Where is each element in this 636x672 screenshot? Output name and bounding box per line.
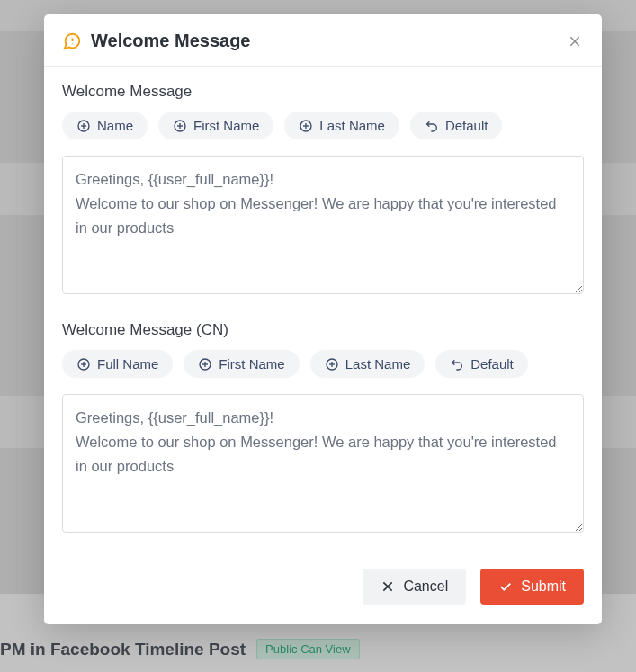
chip-label: Full Name: [97, 356, 158, 372]
check-icon: [498, 579, 513, 594]
chip-label: Default: [445, 118, 488, 133]
chip-last-name[interactable]: Last Name: [284, 112, 399, 139]
chip-first-name[interactable]: First Name: [158, 112, 273, 139]
section-label: Welcome Message (CN): [62, 321, 584, 339]
modal-body: Welcome Message Name First Name Last Nam…: [44, 67, 602, 556]
welcome-message-cn-textarea[interactable]: [62, 394, 584, 533]
plus-circle-icon: [173, 119, 187, 133]
modal-footer: Cancel Submit: [44, 556, 602, 624]
chip-first-name[interactable]: First Name: [184, 350, 299, 378]
chip-label: Last Name: [319, 118, 385, 133]
plus-circle-icon: [76, 119, 91, 133]
undo-icon: [425, 119, 439, 133]
chips-row: Name First Name Last Name Default: [62, 112, 584, 139]
plus-circle-icon: [299, 119, 313, 133]
close-icon: [568, 34, 582, 49]
chip-label: Default: [470, 356, 514, 372]
close-button[interactable]: [566, 32, 584, 50]
chip-default[interactable]: Default: [410, 112, 503, 139]
svg-point-1: [72, 43, 73, 44]
undo-icon: [450, 357, 464, 372]
welcome-message-cn-section: Welcome Message (CN) Full Name First Nam…: [62, 321, 584, 536]
plus-circle-icon: [325, 357, 339, 372]
plus-circle-icon: [198, 357, 212, 372]
chip-last-name[interactable]: Last Name: [310, 350, 425, 378]
submit-label: Submit: [521, 578, 566, 595]
plus-circle-icon: [76, 357, 91, 372]
welcome-message-modal: Welcome Message Welcome Message Name: [44, 14, 602, 624]
modal-header: Welcome Message: [44, 14, 602, 67]
section-label: Welcome Message: [62, 83, 584, 101]
chips-row: Full Name First Name Last Name Default: [62, 350, 584, 378]
welcome-message-textarea[interactable]: [62, 156, 584, 294]
cancel-button[interactable]: Cancel: [363, 569, 466, 605]
chip-name[interactable]: Name: [62, 112, 148, 139]
modal-title-text: Welcome Message: [91, 31, 251, 51]
cancel-label: Cancel: [403, 578, 448, 595]
chip-label: Last Name: [345, 356, 411, 372]
modal-title: Welcome Message: [62, 31, 251, 51]
submit-button[interactable]: Submit: [480, 569, 584, 605]
chip-full-name[interactable]: Full Name: [62, 350, 173, 378]
chip-label: First Name: [219, 356, 284, 372]
chip-label: Name: [97, 118, 133, 133]
chip-default[interactable]: Default: [435, 350, 528, 378]
page-backdrop: PM in Facebook Timeline Post Public Can …: [0, 0, 636, 672]
close-icon: [381, 579, 395, 594]
message-info-icon: [62, 31, 82, 51]
chip-label: First Name: [193, 118, 259, 133]
welcome-message-section: Welcome Message Name First Name Last Nam…: [62, 83, 584, 298]
